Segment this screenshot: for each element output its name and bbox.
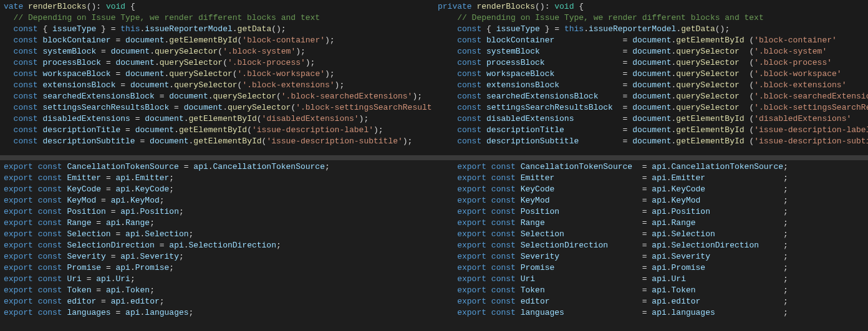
code-line[interactable]: const blockContainer = document.getEleme… <box>438 35 866 46</box>
code-line[interactable]: export const Token = api.Token ; <box>438 285 866 296</box>
code-line[interactable]: export const Selection = api.Selection ; <box>438 229 866 240</box>
code-line[interactable]: const systemBlock = document.querySelect… <box>438 46 866 57</box>
bottom-right-editor[interactable]: export const CancellationTokenSource = a… <box>434 160 868 331</box>
code-line[interactable]: export const Uri = api.Uri; <box>4 274 432 285</box>
code-line[interactable]: const descriptionTitle = document.getEle… <box>4 125 432 136</box>
code-line[interactable]: export const editor = api.editor; <box>4 296 432 307</box>
code-line[interactable]: const processBlock = document.querySelec… <box>4 57 432 69</box>
code-line[interactable]: export const SelectionDirection = api.Se… <box>4 240 432 251</box>
code-line[interactable]: const descriptionTitle = document.getEle… <box>438 125 866 136</box>
code-line[interactable]: export const KeyCode = api.KeyCode; <box>4 184 432 195</box>
code-line[interactable]: // Depending on Issue Type, we render di… <box>438 12 866 24</box>
top-right-editor[interactable]: private renderBlocks(): void { // Depend… <box>434 0 868 155</box>
code-line[interactable]: const settingsSearchResultsBlock = docum… <box>438 102 866 113</box>
top-left-editor[interactable]: vate renderBlocks(): void { // Depending… <box>0 0 434 155</box>
code-line[interactable]: const extensionsBlock = document.querySe… <box>438 80 866 91</box>
code-line[interactable]: export const KeyMod = api.KeyMod; <box>4 195 432 206</box>
code-line[interactable]: export const Position = api.Position ; <box>438 206 866 218</box>
code-line[interactable]: export const KeyMod = api.KeyMod ; <box>438 195 866 206</box>
horizontal-separator[interactable] <box>0 155 868 160</box>
code-line[interactable]: const settingsSearchResultsBlock = docum… <box>4 102 432 113</box>
code-line[interactable]: const { issueType } = this.issueReporter… <box>4 24 432 35</box>
code-line[interactable]: export const languages = api.languages; <box>4 307 432 319</box>
code-line[interactable]: const disabledExtensions = document.getE… <box>438 113 866 125</box>
code-line[interactable]: const extensionsBlock = document.querySe… <box>4 80 432 91</box>
code-line[interactable]: export const CancellationTokenSource = a… <box>438 161 866 173</box>
top-split: vate renderBlocks(): void { // Depending… <box>0 0 868 155</box>
code-line[interactable]: export const Uri = api.Uri ; <box>438 274 866 285</box>
code-line[interactable]: const descriptionSubtitle = document.get… <box>4 136 432 147</box>
code-line[interactable]: export const Promise = api.Promise; <box>4 262 432 274</box>
code-line[interactable]: export const SelectionDirection = api.Se… <box>438 240 866 251</box>
code-line[interactable]: export const languages = api.languages ; <box>438 307 866 319</box>
code-line[interactable]: const processBlock = document.querySelec… <box>438 57 866 69</box>
code-line[interactable]: const { issueType } = this.issueReporter… <box>438 24 866 35</box>
code-line[interactable]: const blockContainer = document.getEleme… <box>4 35 432 46</box>
code-line[interactable]: const workspaceBlock = document.querySel… <box>438 69 866 80</box>
code-line[interactable]: export const Position = api.Position; <box>4 206 432 218</box>
code-line[interactable]: export const Emitter = api.Emitter ; <box>438 173 866 184</box>
code-line[interactable]: const searchedExtensionsBlock = document… <box>438 91 866 102</box>
code-line[interactable]: export const Selection = api.Selection; <box>4 229 432 240</box>
code-line[interactable]: export const Range = api.Range; <box>4 218 432 229</box>
code-line[interactable]: const systemBlock = document.querySelect… <box>4 46 432 57</box>
bottom-left-editor[interactable]: export const CancellationTokenSource = a… <box>0 160 434 331</box>
code-line[interactable]: export const Emitter = api.Emitter; <box>4 173 432 184</box>
code-line[interactable]: export const Range = api.Range ; <box>438 218 866 229</box>
code-line[interactable]: export const KeyCode = api.KeyCode ; <box>438 184 866 195</box>
code-line[interactable]: export const Severity = api.Severity ; <box>438 251 866 262</box>
code-line[interactable]: const searchedExtensionsBlock = document… <box>4 91 432 102</box>
code-line[interactable]: const descriptionSubtitle = document.get… <box>438 136 866 147</box>
code-line[interactable]: export const Token = api.Token; <box>4 285 432 296</box>
code-line[interactable]: export const Severity = api.Severity; <box>4 251 432 262</box>
bottom-split: export const CancellationTokenSource = a… <box>0 160 868 331</box>
code-line[interactable]: export const CancellationTokenSource = a… <box>4 161 432 173</box>
code-line[interactable]: private renderBlocks(): void { <box>438 1 866 12</box>
code-line[interactable]: vate renderBlocks(): void { <box>4 1 432 12</box>
code-line[interactable]: // Depending on Issue Type, we render di… <box>4 12 432 24</box>
code-line[interactable]: export const editor = api.editor ; <box>438 296 866 307</box>
code-line[interactable]: const workspaceBlock = document.querySel… <box>4 69 432 80</box>
code-line[interactable]: const disabledExtensions = document.getE… <box>4 113 432 125</box>
code-line[interactable]: export const Promise = api.Promise ; <box>438 262 866 274</box>
